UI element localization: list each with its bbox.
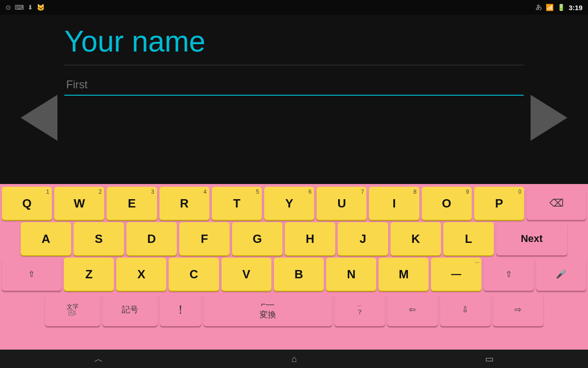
key-a[interactable]: A	[21, 222, 71, 255]
nav-home-icon: ⌂	[291, 354, 297, 364]
key-space[interactable]: ⌐— 変換	[204, 293, 332, 326]
nav-recent-button[interactable]: ▭	[467, 351, 512, 367]
key-i[interactable]: 8I	[369, 187, 419, 220]
dash-sub: ···	[475, 259, 480, 265]
key-kigo[interactable]: 記号	[102, 293, 158, 326]
key-dash[interactable]: ··· —	[431, 258, 481, 291]
key-e[interactable]: 3E	[107, 187, 157, 220]
key-m[interactable]: M	[379, 258, 429, 291]
key-c[interactable]: C	[169, 258, 219, 291]
key-moji[interactable]: 文字 🄰1	[45, 293, 100, 326]
key-b[interactable]: B	[274, 258, 324, 291]
shift-left-icon: ⇧	[28, 269, 35, 279]
key-z[interactable]: Z	[64, 258, 114, 291]
key-backspace[interactable]: ⌫	[526, 187, 586, 220]
key-t[interactable]: 5T	[212, 187, 262, 220]
battery-icon: 🔋	[557, 4, 565, 11]
key-w[interactable]: 2W	[54, 187, 104, 220]
key-j[interactable]: J	[338, 222, 388, 255]
status-left: ⊙ ⌨ ⬇ 🐱	[6, 4, 45, 11]
download-icon: ⬇	[28, 4, 33, 11]
keyboard-row-1: 1Q 2W 3E 4R 5T 6Y 7U 8I 9O 0P ⌫	[2, 187, 586, 220]
page-title: Your name	[64, 24, 524, 59]
key-k[interactable]: K	[390, 222, 441, 255]
key-s[interactable]: S	[74, 222, 124, 255]
space-henkan-icon: ⌐—	[261, 299, 274, 309]
nav-recent-icon: ▭	[485, 354, 494, 364]
cat-icon: 🐱	[37, 4, 45, 11]
first-name-input[interactable]	[64, 75, 524, 96]
keyboard-row-4: 文字 🄰1 記号 ！ ⌐— 変換 ··· ？ ⇦ ⇩ ⇨	[2, 293, 586, 326]
japanese-icon: あ	[536, 3, 542, 12]
nav-back-icon: ︿	[94, 354, 103, 364]
keyboard-icon: ⌨	[15, 4, 24, 11]
key-g[interactable]: G	[232, 222, 283, 255]
key-next[interactable]: Next	[496, 222, 567, 255]
key-excl[interactable]: ！	[160, 293, 201, 326]
key-d[interactable]: D	[126, 222, 177, 255]
arrow-left-icon	[21, 95, 57, 141]
key-y[interactable]: 6Y	[264, 187, 314, 220]
nav-home-button[interactable]: ⌂	[273, 351, 315, 367]
key-arrow-right[interactable]: ⇨	[493, 293, 543, 326]
key-o[interactable]: 9O	[422, 187, 472, 220]
key-n[interactable]: N	[326, 258, 376, 291]
key-arrow-left[interactable]: ⇦	[387, 293, 438, 326]
key-u[interactable]: 7U	[317, 187, 367, 220]
space-henkan-label: 変換	[260, 309, 276, 320]
moji-label: 文字	[67, 303, 79, 310]
shift-right-icon: ⇧	[505, 269, 512, 279]
nav-back-button[interactable]: ︿	[76, 350, 122, 368]
key-shift-left[interactable]: ⇧	[2, 258, 62, 291]
key-h[interactable]: H	[285, 222, 335, 255]
kigo-label: 記号	[122, 304, 138, 315]
key-x[interactable]: X	[116, 258, 166, 291]
bottom-nav: ︿ ⌂ ▭	[0, 350, 588, 368]
arrow-down-key-icon: ⇩	[462, 305, 469, 315]
keyboard: 1Q 2W 3E 4R 5T 6Y 7U 8I 9O 0P ⌫ A S D F …	[0, 184, 588, 350]
keyboard-row-3: ⇧ Z X C V B N M ··· — ⇧ 🎤	[2, 258, 586, 291]
backspace-icon: ⌫	[549, 197, 564, 209]
key-q[interactable]: 1Q	[2, 187, 52, 220]
next-arrow-button[interactable]	[528, 97, 570, 138]
prev-arrow-button[interactable]	[18, 97, 60, 138]
status-time: 3:19	[569, 4, 582, 12]
main-content: Your name	[0, 15, 588, 184]
key-question[interactable]: ··· ？	[334, 293, 385, 326]
key-r[interactable]: 4R	[159, 187, 209, 220]
status-right: あ 📶 🔋 3:19	[536, 3, 582, 12]
title-divider	[64, 65, 524, 65]
app-icon-1: ⊙	[6, 4, 11, 11]
arrow-right-key-icon: ⇨	[514, 305, 521, 315]
input-container	[64, 75, 524, 96]
mic-icon: 🎤	[556, 269, 566, 279]
moji-sub: 🄰1	[68, 310, 76, 316]
arrow-left-key-icon: ⇦	[409, 305, 416, 315]
key-v[interactable]: V	[221, 258, 271, 291]
key-mic[interactable]: 🎤	[536, 258, 586, 291]
key-arrow-down[interactable]: ⇩	[440, 293, 491, 326]
wifi-icon: 📶	[546, 4, 554, 11]
key-l[interactable]: L	[443, 222, 494, 255]
key-f[interactable]: F	[179, 222, 230, 255]
question-sub: ···	[357, 303, 361, 308]
keyboard-row-2: A S D F G H J K L Next	[2, 222, 586, 255]
key-p[interactable]: 0P	[474, 187, 524, 220]
key-shift-right[interactable]: ⇧	[484, 258, 534, 291]
arrow-right-icon	[531, 95, 567, 141]
status-bar: ⊙ ⌨ ⬇ 🐱 あ 📶 🔋 3:19	[0, 0, 588, 15]
